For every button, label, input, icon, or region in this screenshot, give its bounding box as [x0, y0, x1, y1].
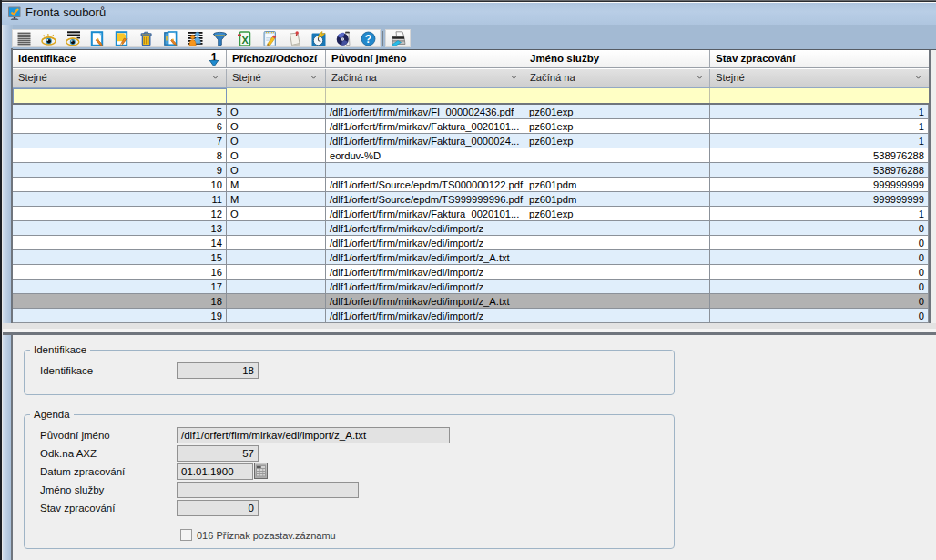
svg-text:?: ? [365, 33, 371, 46]
svg-text:X: X [242, 35, 249, 46]
